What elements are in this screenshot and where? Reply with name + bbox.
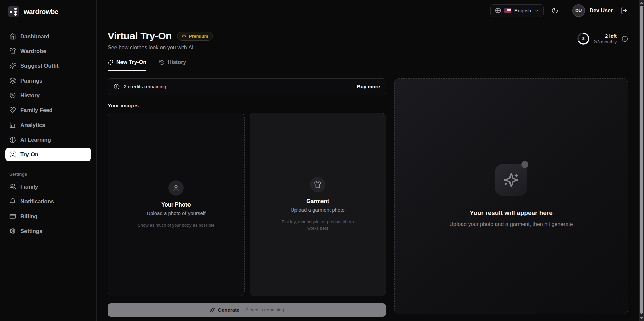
user-name: Dev User — [590, 8, 613, 14]
sidebar-item-label: Billing — [20, 213, 37, 220]
buy-more-button[interactable]: Buy more — [357, 84, 380, 89]
your-photo-title: Your Photo — [161, 201, 191, 208]
brain-icon — [9, 136, 16, 143]
bar-chart-icon — [9, 122, 16, 128]
page-head: Virtual Try-On Premium See how clothes l… — [108, 30, 628, 51]
sidebar-section-settings: Settings — [5, 172, 91, 177]
sidebar-item-label: AI Learning — [20, 137, 51, 143]
vertical-scrollbar[interactable] — [639, 0, 644, 321]
tab-label: New Try-On — [116, 59, 146, 65]
scrollbar-thumb[interactable] — [640, 6, 643, 314]
sidebar-item-settings[interactable]: Settings — [5, 224, 91, 238]
generate-label: Generate — [218, 307, 239, 313]
content: Virtual Try-On Premium See how clothes l… — [97, 21, 644, 317]
your-photo-desc: Upload a photo of yourself — [147, 210, 205, 216]
scan-face-icon — [9, 151, 16, 158]
garment-hint: Flat lay, mannequin, or product photo wo… — [278, 219, 357, 232]
language-selector[interactable]: English — [490, 4, 544, 17]
alert-circle-icon — [114, 84, 120, 90]
sidebar-item-notifications[interactable]: Notifications — [5, 195, 91, 208]
credits-left-label: 2 left — [593, 33, 617, 39]
sidebar-item-label: Family Feed — [20, 107, 52, 113]
info-icon[interactable] — [622, 36, 628, 42]
us-flag-icon — [504, 8, 511, 13]
layers-icon — [9, 77, 16, 84]
sidebar: wardrowbe Dashboard Wardrobe Suggest Out… — [0, 0, 97, 321]
crown-icon — [182, 34, 186, 38]
sidebar-item-label: Wardrobe — [20, 48, 46, 54]
generate-credits-suffix: · 2 credits remaining — [243, 307, 284, 312]
tab-label: History — [168, 59, 186, 65]
sidebar-item-label: Family — [20, 184, 38, 190]
tab-new-try-on[interactable]: New Try-On — [108, 59, 146, 71]
sidebar-item-label: Suggest Outfit — [20, 63, 59, 69]
avatar[interactable]: DU — [572, 4, 585, 17]
upload-boxes: Your Photo Upload a photo of yourself Sh… — [108, 113, 386, 296]
logout-button[interactable] — [620, 7, 627, 14]
result-placeholder-icon-square — [495, 164, 527, 196]
sidebar-item-family[interactable]: Family — [5, 180, 91, 193]
sparkles-icon — [210, 307, 215, 313]
credits-progress-ring: 2 — [577, 32, 590, 45]
shirt-icon — [9, 48, 16, 54]
garment-title: Garment — [306, 198, 329, 204]
status-dot — [521, 161, 528, 168]
garment-desc: Upload a garment photo — [291, 207, 345, 213]
result-title: Your result will appear here — [470, 209, 553, 217]
scroll-down-icon[interactable] — [640, 317, 643, 319]
premium-badge-label: Premium — [189, 34, 208, 39]
garment-dropzone[interactable]: Garment Upload a garment photo Flat lay,… — [250, 113, 386, 296]
left-column: 2 credits remaining Buy more Your images… — [108, 78, 386, 317]
tab-history[interactable]: History — [159, 59, 186, 71]
sidebar-item-label: Pairings — [20, 78, 42, 84]
sparkles-icon — [503, 172, 519, 188]
brand-logo-icon — [8, 6, 19, 17]
bell-icon — [9, 198, 16, 205]
brand-name: wardrowbe — [24, 8, 58, 16]
sidebar-item-try-on[interactable]: Try-On — [5, 148, 91, 161]
users-icon — [9, 183, 16, 190]
credits-banner: 2 credits remaining Buy more — [108, 78, 386, 95]
sidebar-item-label: Settings — [20, 228, 42, 234]
gear-icon — [9, 228, 16, 234]
sidebar-item-billing[interactable]: Billing — [5, 210, 91, 223]
credits-widget: 2 2 left 2/3 monthly — [577, 32, 628, 45]
person-icon-circle — [168, 180, 184, 196]
sidebar-item-history[interactable]: History — [5, 89, 91, 102]
sidebar-item-dashboard[interactable]: Dashboard — [5, 30, 91, 43]
sidebar-item-ai-learning[interactable]: AI Learning — [5, 133, 91, 146]
shirt-icon-circle — [310, 177, 325, 192]
sidebar-item-label: Dashboard — [20, 33, 49, 40]
tabs: New Try-On History — [108, 59, 628, 71]
generate-button[interactable]: Generate · 2 credits remaining — [108, 303, 386, 317]
home-icon — [9, 33, 16, 40]
shirt-icon — [314, 181, 321, 188]
your-photo-dropzone[interactable]: Your Photo Upload a photo of yourself Sh… — [108, 113, 245, 296]
credits-count: 2 — [577, 32, 590, 45]
history-icon — [9, 92, 16, 99]
theme-toggle[interactable] — [551, 7, 558, 14]
topbar: English DU Dev User — [97, 0, 644, 21]
sidebar-item-family-feed[interactable]: Family Feed — [5, 103, 91, 117]
sidebar-item-analytics[interactable]: Analytics — [5, 118, 91, 132]
columns: 2 credits remaining Buy more Your images… — [108, 78, 628, 317]
sidebar-nav: Dashboard Wardrobe Suggest Outfit Pairin… — [5, 30, 91, 239]
your-photo-hint: Show as much of your body as possible — [138, 222, 214, 229]
sidebar-item-suggest-outfit[interactable]: Suggest Outfit — [5, 59, 91, 73]
premium-badge: Premium — [177, 32, 213, 41]
page-title: Virtual Try-On — [108, 30, 172, 42]
brand[interactable]: wardrowbe — [5, 5, 91, 18]
sidebar-item-wardrobe[interactable]: Wardrobe — [5, 44, 91, 58]
your-images-title: Your images — [108, 103, 386, 109]
scroll-up-icon[interactable] — [640, 2, 643, 4]
person-icon — [172, 184, 180, 192]
language-label: English — [514, 8, 531, 14]
sidebar-item-pairings[interactable]: Pairings — [5, 74, 91, 87]
sparkles-icon — [108, 60, 113, 65]
avatar-initials: DU — [575, 8, 582, 13]
main-area: English DU Dev User Virtual Try-On Premi… — [97, 0, 644, 321]
sidebar-item-label: Try-On — [20, 151, 38, 158]
heart-handshake-icon — [9, 107, 16, 113]
topbar-divider — [566, 6, 566, 15]
sidebar-item-label: Notifications — [20, 198, 54, 205]
